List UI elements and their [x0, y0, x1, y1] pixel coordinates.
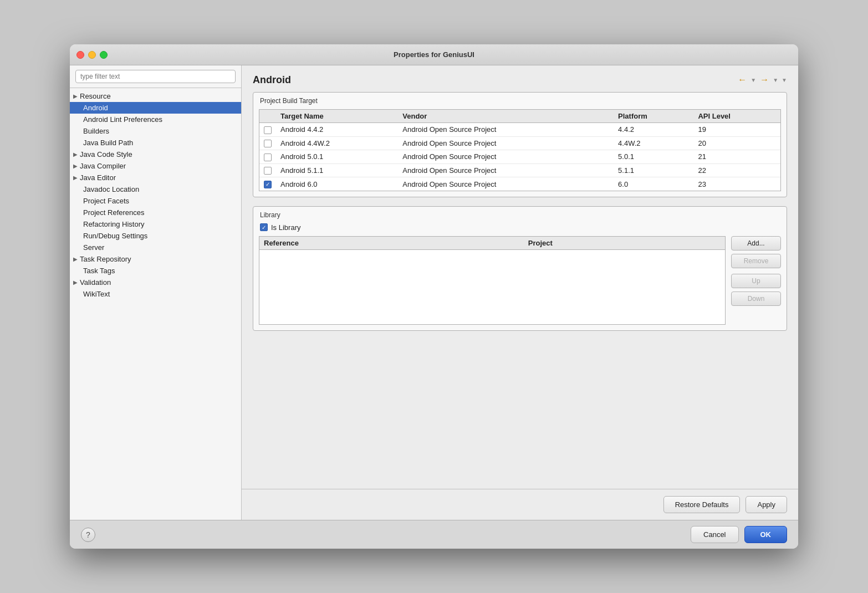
- sidebar-label-android-lint: Android Lint Preferences: [83, 115, 162, 124]
- remove-button[interactable]: Remove: [731, 254, 781, 268]
- checkbox-icon[interactable]: ✓: [264, 181, 272, 188]
- close-button[interactable]: [76, 51, 84, 59]
- maximize-button[interactable]: [100, 51, 108, 59]
- row-checkbox[interactable]: ✓: [259, 177, 276, 191]
- back-dropdown-icon[interactable]: ▼: [750, 77, 756, 83]
- sidebar-item-android[interactable]: Android: [70, 102, 241, 114]
- checkbox-icon[interactable]: [264, 154, 272, 161]
- filter-wrap: [70, 65, 241, 88]
- is-library-label: Is Library: [271, 223, 300, 232]
- sidebar-item-java-editor[interactable]: ▶Java Editor: [70, 172, 241, 183]
- sidebar-label-task-tags: Task Tags: [83, 267, 115, 275]
- sidebar-item-javadoc-location[interactable]: Javadoc Location: [70, 183, 241, 195]
- checkbox-icon[interactable]: [264, 140, 272, 147]
- is-library-checkbox[interactable]: ✓: [260, 223, 268, 231]
- sidebar-item-java-build-path[interactable]: Java Build Path: [70, 137, 241, 149]
- minimize-button[interactable]: [88, 51, 96, 59]
- checkbox-icon[interactable]: [264, 126, 272, 134]
- add-button[interactable]: Add...: [731, 236, 781, 251]
- ok-button[interactable]: OK: [744, 526, 788, 543]
- row-target-name: Android 5.0.1: [276, 150, 398, 164]
- table-row[interactable]: Android 4.4.2 Android Open Source Projec…: [259, 123, 780, 137]
- row-target-name: Android 4.4.2: [276, 123, 398, 137]
- sidebar-label-java-compiler: Java Compiler: [80, 162, 126, 170]
- page-title: Android: [253, 74, 291, 86]
- content-area: ▶ResourceAndroidAndroid Lint Preferences…: [70, 65, 798, 520]
- lib-col-reference: Reference: [259, 237, 524, 250]
- table-row[interactable]: Android 5.0.1 Android Open Source Projec…: [259, 150, 780, 164]
- menu-dropdown-icon[interactable]: ▼: [782, 77, 787, 83]
- sidebar-item-resource[interactable]: ▶Resource: [70, 90, 241, 102]
- row-vendor: Android Open Source Project: [398, 123, 614, 137]
- row-target-name: Android 5.1.1: [276, 163, 398, 177]
- sidebar-item-run-debug[interactable]: Run/Debug Settings: [70, 230, 241, 242]
- sidebar-label-validation: Validation: [80, 278, 111, 287]
- main-header: Android ← ▼ → ▼ ▼: [242, 65, 798, 92]
- row-target-name: Android 4.4W.2: [276, 136, 398, 150]
- row-api: 20: [693, 136, 780, 150]
- library-header: Library: [253, 207, 787, 221]
- lib-col-project: Project: [524, 237, 725, 250]
- arrow-icon-java-code-style: ▶: [73, 151, 78, 157]
- sidebar-item-java-code-style[interactable]: ▶Java Code Style: [70, 149, 241, 160]
- sidebar-item-project-references[interactable]: Project References: [70, 207, 241, 218]
- arrow-icon-resource: ▶: [73, 93, 78, 99]
- library-table: Reference Project: [259, 237, 725, 250]
- table-row[interactable]: Android 5.1.1 Android Open Source Projec…: [259, 163, 780, 177]
- checkbox-icon[interactable]: [264, 167, 272, 175]
- arrow-icon-validation: ▶: [73, 279, 78, 285]
- library-table-wrap: Reference Project: [259, 236, 726, 325]
- project-build-target-section: Project Build Target Target Name Vendor …: [253, 92, 787, 197]
- sidebar-item-server[interactable]: Server: [70, 242, 241, 253]
- sidebar-item-wikitext[interactable]: WikiText: [70, 288, 241, 300]
- build-target-label: Project Build Target: [253, 93, 787, 107]
- row-checkbox[interactable]: [259, 136, 276, 150]
- titlebar: Properties for GeniusUI: [70, 44, 798, 65]
- table-row[interactable]: ✓ Android 6.0 Android Open Source Projec…: [259, 177, 780, 191]
- back-button[interactable]: ←: [735, 73, 749, 86]
- forward-dropdown-icon[interactable]: ▼: [773, 77, 778, 83]
- sidebar-label-builders: Builders: [83, 127, 109, 135]
- col-target-name: Target Name: [276, 110, 398, 123]
- sidebar-label-wikitext: WikiText: [83, 290, 110, 298]
- arrow-icon-java-compiler: ▶: [73, 163, 78, 169]
- traffic-lights: [76, 51, 108, 59]
- row-api: 22: [693, 163, 780, 177]
- sidebar-item-task-tags[interactable]: Task Tags: [70, 265, 241, 277]
- row-vendor: Android Open Source Project: [398, 136, 614, 150]
- sidebar-item-refactoring-history[interactable]: Refactoring History: [70, 218, 241, 230]
- table-row[interactable]: Android 4.4W.2 Android Open Source Proje…: [259, 136, 780, 150]
- sidebar-label-java-build-path: Java Build Path: [83, 139, 133, 147]
- row-checkbox[interactable]: [259, 150, 276, 164]
- up-button[interactable]: Up: [731, 274, 781, 288]
- sidebar-item-java-compiler[interactable]: ▶Java Compiler: [70, 160, 241, 172]
- sidebar-item-validation[interactable]: ▶Validation: [70, 277, 241, 288]
- apply-button[interactable]: Apply: [746, 496, 787, 513]
- sidebar-label-task-repository: Task Repository: [80, 255, 131, 263]
- sidebar-label-refactoring-history: Refactoring History: [83, 220, 145, 228]
- sidebar-item-project-facets[interactable]: Project Facets: [70, 195, 241, 207]
- row-platform: 5.1.1: [614, 163, 693, 177]
- col-checkbox: [259, 110, 276, 123]
- library-table-area: Reference Project Add... Remove Up: [259, 236, 781, 325]
- build-target-table: Target Name Vendor Platform API Level An…: [259, 110, 780, 191]
- row-vendor: Android Open Source Project: [398, 150, 614, 164]
- down-button[interactable]: Down: [731, 292, 781, 306]
- library-buttons: Add... Remove Up Down: [731, 236, 781, 325]
- filter-input[interactable]: [75, 70, 236, 83]
- row-checkbox[interactable]: [259, 123, 276, 137]
- row-checkbox[interactable]: [259, 163, 276, 177]
- cancel-button[interactable]: Cancel: [691, 526, 738, 543]
- sidebar-item-task-repository[interactable]: ▶Task Repository: [70, 253, 241, 265]
- help-button[interactable]: ?: [81, 528, 95, 542]
- bottom-bar: Restore Defaults Apply: [242, 489, 798, 520]
- restore-defaults-button[interactable]: Restore Defaults: [663, 496, 741, 513]
- sidebar-item-android-lint[interactable]: Android Lint Preferences: [70, 114, 241, 125]
- forward-button[interactable]: →: [757, 73, 772, 86]
- sidebar-label-java-editor: Java Editor: [80, 173, 116, 182]
- footer: ? Cancel OK: [70, 520, 798, 549]
- sidebar-item-builders[interactable]: Builders: [70, 125, 241, 137]
- is-library-row: ✓ Is Library: [253, 221, 787, 236]
- row-platform: 5.0.1: [614, 150, 693, 164]
- row-api: 21: [693, 150, 780, 164]
